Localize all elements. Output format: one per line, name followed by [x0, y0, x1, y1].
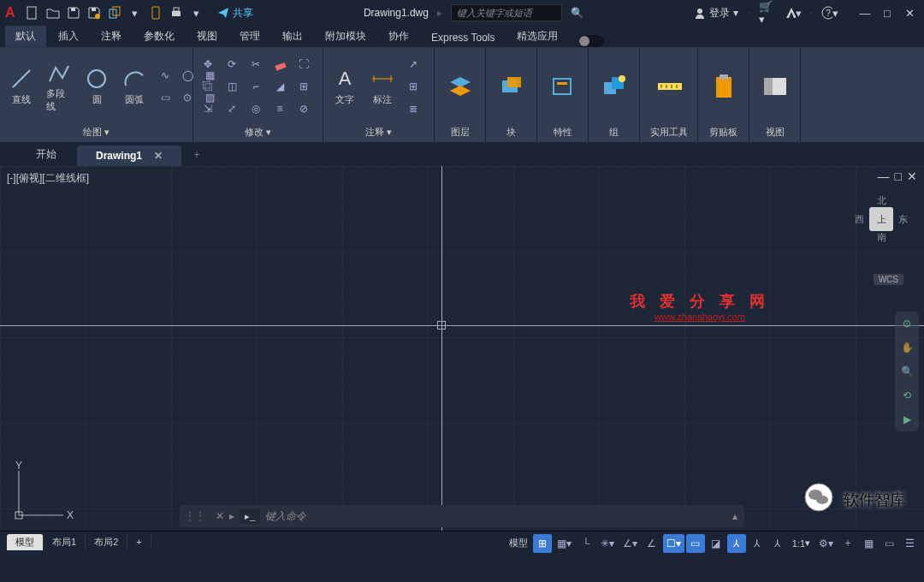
- iso-icon[interactable]: ∠▾: [619, 534, 641, 553]
- close-cmd-icon[interactable]: ✕: [210, 510, 229, 522]
- panel-title[interactable]: 修改 ▾: [193, 124, 323, 142]
- tab-default[interactable]: 默认: [5, 26, 46, 47]
- tab-annotate[interactable]: 注释: [91, 26, 132, 47]
- panel-title[interactable]: 特性: [537, 124, 588, 142]
- tab-express[interactable]: Express Tools: [421, 28, 505, 47]
- tab-drawing1[interactable]: Drawing1✕: [77, 146, 181, 166]
- close-icon[interactable]: ✕: [900, 4, 919, 21]
- wcs-badge[interactable]: WCS: [874, 274, 903, 285]
- tab-output[interactable]: 输出: [272, 26, 313, 47]
- view-button[interactable]: [759, 72, 791, 101]
- cmd-input[interactable]: 键入命令: [265, 509, 726, 524]
- transparency-icon[interactable]: ◪: [707, 534, 726, 553]
- panel-title[interactable]: 注释 ▾: [323, 124, 434, 142]
- share-button[interactable]: 共享: [217, 6, 253, 21]
- viewport-label[interactable]: [-][俯视][二维线框]: [7, 171, 89, 186]
- autoscale-icon[interactable]: ⅄: [768, 534, 787, 553]
- panel-title[interactable]: 组: [589, 124, 639, 142]
- mirror-icon[interactable]: ◫: [222, 77, 241, 96]
- panel-title[interactable]: 实用工具: [640, 124, 697, 142]
- showmotion-icon[interactable]: ▶: [898, 411, 915, 428]
- pan-icon[interactable]: ✋: [898, 339, 915, 356]
- rect-icon[interactable]: ▭: [156, 88, 175, 107]
- arc-button[interactable]: 圆弧: [118, 64, 151, 108]
- util-button[interactable]: [653, 72, 685, 101]
- block-button[interactable]: [495, 72, 528, 101]
- spline-icon[interactable]: ∿: [156, 66, 175, 85]
- mtext-icon[interactable]: ≣: [404, 99, 423, 118]
- tab-parametric[interactable]: 参数化: [133, 26, 185, 47]
- drawing-canvas[interactable]: [-][俯视][二维线框] — □ ✕ 北 西上东 南 WCS ⊙ ✋ 🔍 ⟲ …: [0, 166, 924, 531]
- annoscale-icon[interactable]: ⅄: [727, 534, 746, 553]
- ortho-icon[interactable]: └: [577, 534, 595, 553]
- tab-featured[interactable]: 精选应用: [506, 26, 568, 47]
- panel-title[interactable]: 剪贴板: [698, 124, 749, 142]
- props-button[interactable]: [547, 72, 579, 101]
- help-icon[interactable]: ?▾: [821, 4, 838, 21]
- text-button[interactable]: A文字: [329, 64, 361, 108]
- osnap-icon[interactable]: ☐▾: [663, 534, 684, 553]
- explode-icon[interactable]: ⛶: [294, 55, 313, 74]
- viewcube[interactable]: 北 西上东 南: [854, 192, 909, 246]
- add-layout-button[interactable]: +: [127, 535, 151, 549]
- snap-toggle-icon[interactable]: ▦▾: [554, 534, 575, 553]
- tab-view[interactable]: 视图: [187, 26, 228, 47]
- dim-button[interactable]: 标注: [366, 64, 399, 108]
- orbit-icon[interactable]: ⟲: [898, 387, 915, 404]
- new-icon[interactable]: [24, 4, 41, 21]
- circle-button[interactable]: 圆: [80, 64, 113, 108]
- panel-title[interactable]: 图层: [435, 124, 485, 142]
- fillet-icon[interactable]: ⌐: [246, 77, 265, 96]
- workspace-icon[interactable]: ⚙▾: [815, 534, 837, 553]
- tab-start[interactable]: 开始: [17, 143, 75, 166]
- chamfer-icon[interactable]: ◢: [270, 77, 289, 96]
- customize-icon[interactable]: ☰: [900, 534, 919, 553]
- print-icon[interactable]: [168, 4, 185, 21]
- annomonitor-icon[interactable]: ＋: [838, 534, 857, 553]
- rotate-icon[interactable]: ⟳: [222, 55, 241, 74]
- dropdown-icon[interactable]: ▾: [127, 4, 144, 21]
- minimize-vp-icon[interactable]: —: [878, 169, 890, 183]
- line-button[interactable]: 直线: [5, 64, 38, 108]
- scale-display[interactable]: 1:1▾: [789, 534, 814, 553]
- cart-icon[interactable]: 🛒▾: [759, 4, 776, 21]
- leader-icon[interactable]: ↗: [404, 55, 423, 74]
- layer-button[interactable]: [444, 72, 477, 101]
- search-icon[interactable]: 🔍: [571, 7, 583, 19]
- move-icon[interactable]: ✥: [198, 55, 217, 74]
- fullnav-icon[interactable]: ⊙: [898, 315, 915, 332]
- command-line[interactable]: ⋮⋮ ✕ ▸ ▸_ 键入命令 ▴: [180, 505, 744, 527]
- erase-icon[interactable]: [270, 55, 289, 74]
- panel-title[interactable]: 块: [486, 124, 536, 142]
- panel-title[interactable]: 绘图 ▾: [0, 124, 192, 142]
- tab-collab[interactable]: 协作: [378, 26, 419, 47]
- login-button[interactable]: 登录 ▾: [694, 6, 738, 21]
- cmd-history-icon[interactable]: ▴: [726, 510, 744, 522]
- tab-layout2[interactable]: 布局2: [86, 534, 127, 550]
- stretch-icon[interactable]: ⇲: [198, 99, 217, 118]
- tab-model[interactable]: 模型: [7, 534, 44, 550]
- units-icon[interactable]: ▦: [859, 534, 878, 553]
- zoom-icon[interactable]: 🔍: [898, 363, 915, 380]
- close-tab-icon[interactable]: ✕: [154, 150, 163, 162]
- array-icon[interactable]: ⊞: [294, 77, 313, 96]
- scale-icon[interactable]: ⤢: [222, 99, 241, 118]
- maximize-vp-icon[interactable]: □: [895, 169, 902, 183]
- break-icon[interactable]: ⊘: [294, 99, 313, 118]
- autodesk-icon[interactable]: ▾: [785, 4, 802, 21]
- align-icon[interactable]: ≡: [270, 99, 289, 118]
- quickprops-icon[interactable]: ▭: [880, 534, 898, 553]
- search-input[interactable]: 键入关键字或短语: [451, 4, 562, 21]
- dropdown-icon[interactable]: ▾: [188, 4, 205, 21]
- saveas-icon[interactable]: [86, 4, 103, 21]
- close-vp-icon[interactable]: ✕: [907, 169, 917, 183]
- tab-addins[interactable]: 附加模块: [315, 26, 376, 47]
- trim-icon[interactable]: ✂: [246, 55, 265, 74]
- annovisibility-icon[interactable]: ⅄: [748, 534, 767, 553]
- tab-insert[interactable]: 插入: [48, 26, 89, 47]
- tab-layout1[interactable]: 布局1: [44, 534, 86, 550]
- table-icon[interactable]: ⊞: [404, 77, 423, 96]
- web-icon[interactable]: [106, 4, 123, 21]
- maximize-icon[interactable]: □: [878, 4, 897, 21]
- polar-icon[interactable]: ✳▾: [597, 534, 618, 553]
